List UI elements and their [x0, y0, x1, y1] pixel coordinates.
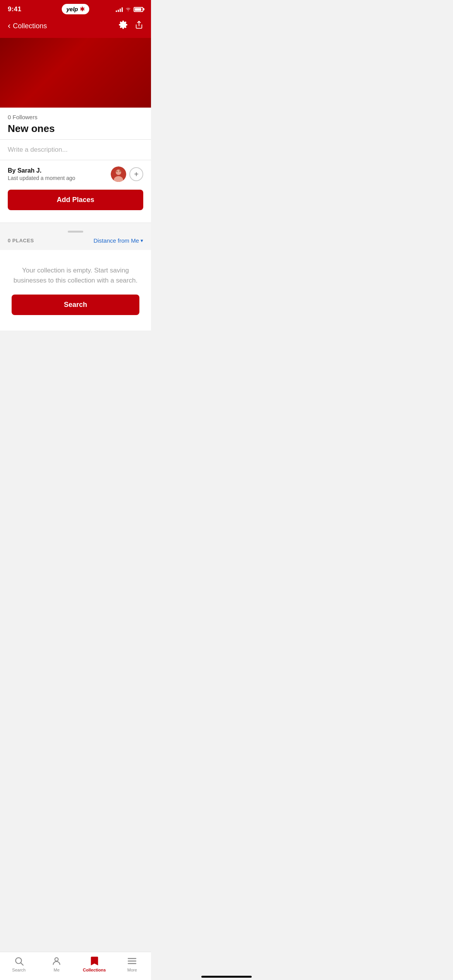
yelp-wordmark: yelp	[66, 6, 78, 12]
collection-content: 0 Followers New ones Write a description…	[0, 108, 151, 223]
gear-icon	[118, 20, 128, 29]
description-placeholder[interactable]: Write a description...	[8, 140, 143, 160]
search-button[interactable]: Search	[12, 295, 139, 315]
author-avatar[interactable]	[111, 166, 126, 182]
places-header: 0 PLACES Distance from Me ▾	[8, 237, 143, 244]
share-button[interactable]	[135, 21, 143, 31]
drag-handle	[68, 231, 83, 233]
hero-overlay	[0, 38, 151, 108]
add-collaborator-button[interactable]: +	[129, 167, 143, 181]
empty-state-text: Your collection is empty. Start saving b…	[12, 266, 139, 285]
signal-strength	[116, 7, 123, 12]
sort-dropdown[interactable]: Distance from Me ▾	[93, 237, 143, 244]
battery-icon	[134, 7, 143, 12]
nav-actions	[118, 20, 143, 32]
author-row: By Sarah J. Last updated a moment ago +	[8, 160, 143, 188]
status-time: 9:41	[8, 5, 21, 13]
status-indicators	[116, 6, 143, 12]
places-count: 0 PLACES	[8, 238, 34, 243]
svg-point-4	[116, 171, 118, 172]
nav-bar: ‹ Collections	[0, 16, 151, 38]
yelp-logo: yelp ✱	[62, 4, 89, 14]
last-updated: Last updated a moment ago	[8, 175, 75, 181]
places-section: 0 PLACES Distance from Me ▾	[0, 223, 151, 250]
sort-label: Distance from Me	[93, 237, 139, 244]
drag-handle-row	[8, 228, 143, 233]
settings-button[interactable]	[118, 20, 128, 32]
back-chevron-icon: ‹	[8, 22, 10, 30]
back-label: Collections	[13, 22, 47, 30]
author-name: By Sarah J.	[8, 167, 75, 174]
collection-title: New ones	[8, 123, 143, 135]
gray-filler	[0, 331, 151, 408]
author-info: By Sarah J. Last updated a moment ago	[8, 167, 75, 181]
back-button[interactable]: ‹ Collections	[8, 22, 47, 30]
yelp-burst-icon: ✱	[80, 5, 85, 13]
add-places-button[interactable]: Add Places	[8, 190, 143, 210]
author-avatars: +	[111, 166, 143, 182]
battery-fill	[135, 8, 141, 11]
wifi-icon	[125, 6, 131, 12]
status-bar: 9:41 yelp ✱	[0, 0, 151, 16]
sort-chevron-icon: ▾	[141, 238, 143, 243]
svg-point-5	[119, 170, 121, 172]
hero-image	[0, 38, 151, 108]
followers-count: 0 Followers	[8, 114, 143, 120]
share-icon	[135, 21, 143, 29]
empty-state: Your collection is empty. Start saving b…	[0, 250, 151, 331]
yelp-logo-pill: yelp ✱	[62, 4, 89, 14]
